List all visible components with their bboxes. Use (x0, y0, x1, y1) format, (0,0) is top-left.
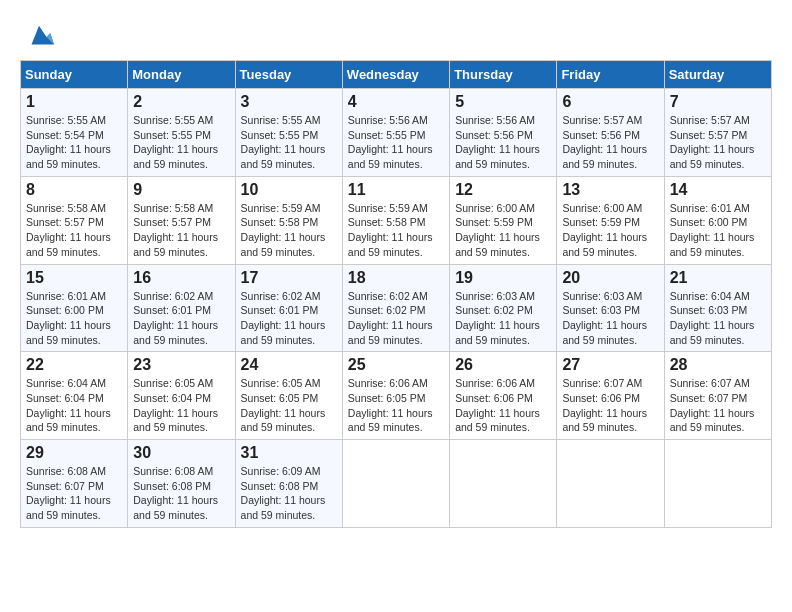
day-number: 11 (348, 181, 444, 199)
day-cell (450, 440, 557, 528)
day-cell: 23 Sunrise: 6:05 AM Sunset: 6:04 PM Dayl… (128, 352, 235, 440)
day-info: Sunrise: 5:55 AM Sunset: 5:55 PM Dayligh… (133, 113, 229, 172)
day-number: 4 (348, 93, 444, 111)
day-info: Sunrise: 6:09 AM Sunset: 6:08 PM Dayligh… (241, 464, 337, 523)
day-number: 28 (670, 356, 766, 374)
day-cell: 18 Sunrise: 6:02 AM Sunset: 6:02 PM Dayl… (342, 264, 449, 352)
day-cell (557, 440, 664, 528)
day-cell: 21 Sunrise: 6:04 AM Sunset: 6:03 PM Dayl… (664, 264, 771, 352)
day-cell: 12 Sunrise: 6:00 AM Sunset: 5:59 PM Dayl… (450, 176, 557, 264)
day-number: 8 (26, 181, 122, 199)
day-number: 16 (133, 269, 229, 287)
day-info: Sunrise: 5:57 AM Sunset: 5:56 PM Dayligh… (562, 113, 658, 172)
day-cell: 9 Sunrise: 5:58 AM Sunset: 5:57 PM Dayli… (128, 176, 235, 264)
day-cell: 31 Sunrise: 6:09 AM Sunset: 6:08 PM Dayl… (235, 440, 342, 528)
day-cell: 26 Sunrise: 6:06 AM Sunset: 6:06 PM Dayl… (450, 352, 557, 440)
header-cell-friday: Friday (557, 61, 664, 89)
day-info: Sunrise: 5:58 AM Sunset: 5:57 PM Dayligh… (133, 201, 229, 260)
day-cell: 10 Sunrise: 5:59 AM Sunset: 5:58 PM Dayl… (235, 176, 342, 264)
day-info: Sunrise: 6:00 AM Sunset: 5:59 PM Dayligh… (455, 201, 551, 260)
day-cell: 29 Sunrise: 6:08 AM Sunset: 6:07 PM Dayl… (21, 440, 128, 528)
day-number: 14 (670, 181, 766, 199)
day-cell: 27 Sunrise: 6:07 AM Sunset: 6:06 PM Dayl… (557, 352, 664, 440)
day-number: 6 (562, 93, 658, 111)
day-cell: 15 Sunrise: 6:01 AM Sunset: 6:00 PM Dayl… (21, 264, 128, 352)
calendar-table: SundayMondayTuesdayWednesdayThursdayFrid… (20, 60, 772, 528)
week-row-4: 22 Sunrise: 6:04 AM Sunset: 6:04 PM Dayl… (21, 352, 772, 440)
day-cell: 1 Sunrise: 5:55 AM Sunset: 5:54 PM Dayli… (21, 89, 128, 177)
day-number: 15 (26, 269, 122, 287)
day-info: Sunrise: 6:01 AM Sunset: 6:00 PM Dayligh… (26, 289, 122, 348)
day-info: Sunrise: 6:00 AM Sunset: 5:59 PM Dayligh… (562, 201, 658, 260)
day-info: Sunrise: 6:06 AM Sunset: 6:06 PM Dayligh… (455, 376, 551, 435)
day-cell (664, 440, 771, 528)
day-info: Sunrise: 5:59 AM Sunset: 5:58 PM Dayligh… (241, 201, 337, 260)
day-number: 24 (241, 356, 337, 374)
day-info: Sunrise: 6:07 AM Sunset: 6:07 PM Dayligh… (670, 376, 766, 435)
day-number: 20 (562, 269, 658, 287)
day-number: 21 (670, 269, 766, 287)
day-number: 17 (241, 269, 337, 287)
day-number: 22 (26, 356, 122, 374)
logo (20, 20, 54, 50)
header-row: SundayMondayTuesdayWednesdayThursdayFrid… (21, 61, 772, 89)
day-cell: 14 Sunrise: 6:01 AM Sunset: 6:00 PM Dayl… (664, 176, 771, 264)
day-info: Sunrise: 5:58 AM Sunset: 5:57 PM Dayligh… (26, 201, 122, 260)
day-info: Sunrise: 6:04 AM Sunset: 6:04 PM Dayligh… (26, 376, 122, 435)
day-cell: 2 Sunrise: 5:55 AM Sunset: 5:55 PM Dayli… (128, 89, 235, 177)
day-cell: 19 Sunrise: 6:03 AM Sunset: 6:02 PM Dayl… (450, 264, 557, 352)
day-cell: 11 Sunrise: 5:59 AM Sunset: 5:58 PM Dayl… (342, 176, 449, 264)
page-header (20, 20, 772, 50)
day-number: 25 (348, 356, 444, 374)
logo-icon (24, 20, 54, 50)
day-info: Sunrise: 6:08 AM Sunset: 6:07 PM Dayligh… (26, 464, 122, 523)
day-info: Sunrise: 6:07 AM Sunset: 6:06 PM Dayligh… (562, 376, 658, 435)
week-row-2: 8 Sunrise: 5:58 AM Sunset: 5:57 PM Dayli… (21, 176, 772, 264)
day-info: Sunrise: 6:03 AM Sunset: 6:03 PM Dayligh… (562, 289, 658, 348)
day-cell: 28 Sunrise: 6:07 AM Sunset: 6:07 PM Dayl… (664, 352, 771, 440)
header-cell-thursday: Thursday (450, 61, 557, 89)
day-number: 10 (241, 181, 337, 199)
day-number: 30 (133, 444, 229, 462)
header-cell-monday: Monday (128, 61, 235, 89)
day-number: 19 (455, 269, 551, 287)
day-cell: 5 Sunrise: 5:56 AM Sunset: 5:56 PM Dayli… (450, 89, 557, 177)
day-info: Sunrise: 5:59 AM Sunset: 5:58 PM Dayligh… (348, 201, 444, 260)
week-row-5: 29 Sunrise: 6:08 AM Sunset: 6:07 PM Dayl… (21, 440, 772, 528)
day-cell: 4 Sunrise: 5:56 AM Sunset: 5:55 PM Dayli… (342, 89, 449, 177)
day-cell: 22 Sunrise: 6:04 AM Sunset: 6:04 PM Dayl… (21, 352, 128, 440)
day-number: 27 (562, 356, 658, 374)
header-cell-tuesday: Tuesday (235, 61, 342, 89)
day-number: 5 (455, 93, 551, 111)
day-info: Sunrise: 6:06 AM Sunset: 6:05 PM Dayligh… (348, 376, 444, 435)
day-number: 12 (455, 181, 551, 199)
day-info: Sunrise: 6:08 AM Sunset: 6:08 PM Dayligh… (133, 464, 229, 523)
day-cell: 25 Sunrise: 6:06 AM Sunset: 6:05 PM Dayl… (342, 352, 449, 440)
day-cell: 3 Sunrise: 5:55 AM Sunset: 5:55 PM Dayli… (235, 89, 342, 177)
header-cell-wednesday: Wednesday (342, 61, 449, 89)
day-number: 7 (670, 93, 766, 111)
week-row-3: 15 Sunrise: 6:01 AM Sunset: 6:00 PM Dayl… (21, 264, 772, 352)
day-cell (342, 440, 449, 528)
day-cell: 6 Sunrise: 5:57 AM Sunset: 5:56 PM Dayli… (557, 89, 664, 177)
day-info: Sunrise: 6:02 AM Sunset: 6:02 PM Dayligh… (348, 289, 444, 348)
day-number: 3 (241, 93, 337, 111)
header-cell-saturday: Saturday (664, 61, 771, 89)
day-info: Sunrise: 5:56 AM Sunset: 5:56 PM Dayligh… (455, 113, 551, 172)
day-info: Sunrise: 5:56 AM Sunset: 5:55 PM Dayligh… (348, 113, 444, 172)
day-number: 23 (133, 356, 229, 374)
day-cell: 7 Sunrise: 5:57 AM Sunset: 5:57 PM Dayli… (664, 89, 771, 177)
day-number: 26 (455, 356, 551, 374)
day-info: Sunrise: 6:02 AM Sunset: 6:01 PM Dayligh… (133, 289, 229, 348)
day-info: Sunrise: 5:55 AM Sunset: 5:54 PM Dayligh… (26, 113, 122, 172)
day-info: Sunrise: 6:05 AM Sunset: 6:04 PM Dayligh… (133, 376, 229, 435)
day-cell: 16 Sunrise: 6:02 AM Sunset: 6:01 PM Dayl… (128, 264, 235, 352)
day-number: 1 (26, 93, 122, 111)
day-info: Sunrise: 6:05 AM Sunset: 6:05 PM Dayligh… (241, 376, 337, 435)
day-number: 9 (133, 181, 229, 199)
day-number: 18 (348, 269, 444, 287)
day-info: Sunrise: 5:55 AM Sunset: 5:55 PM Dayligh… (241, 113, 337, 172)
day-cell: 20 Sunrise: 6:03 AM Sunset: 6:03 PM Dayl… (557, 264, 664, 352)
day-number: 13 (562, 181, 658, 199)
day-cell: 17 Sunrise: 6:02 AM Sunset: 6:01 PM Dayl… (235, 264, 342, 352)
